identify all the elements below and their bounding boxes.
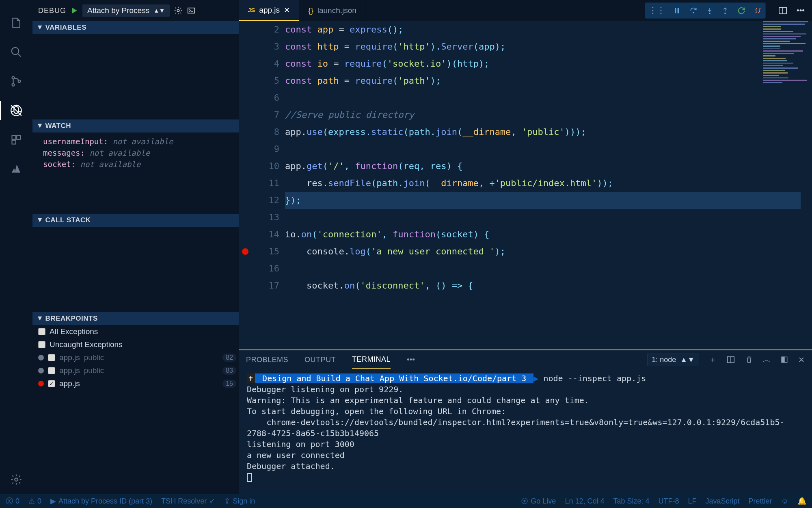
bottom-panel: PROBLEMS OUTPUT TERMINAL ••• 1: node ▲▼ …: [239, 350, 812, 494]
status-tsh[interactable]: TSH Resolver ✓: [161, 497, 215, 506]
minimap[interactable]: [763, 21, 812, 90]
tab-problems[interactable]: PROBLEMS: [246, 352, 288, 368]
panel-tabs: PROBLEMS OUTPUT TERMINAL ••• 1: node ▲▼ …: [239, 350, 812, 369]
svg-rect-6: [17, 136, 20, 139]
variables-section-header[interactable]: ▶VARIABLES: [32, 21, 239, 34]
status-debug-config[interactable]: ▶ Attach by Process ID (part 3): [50, 497, 152, 506]
status-tabsize[interactable]: Tab Size: 4: [613, 497, 649, 506]
status-encoding[interactable]: UTF-8: [659, 497, 679, 506]
tab-terminal[interactable]: TERMINAL: [352, 351, 391, 369]
start-debug-icon[interactable]: [70, 7, 78, 15]
svg-rect-5: [12, 136, 16, 139]
restart-icon[interactable]: [737, 6, 746, 15]
terminal-selector[interactable]: 1: node ▲▼: [647, 354, 699, 366]
terminal-body[interactable]: ✝ Design and Build a Chat App With Socke…: [239, 369, 812, 494]
explorer-icon[interactable]: [6, 13, 26, 33]
status-lncol[interactable]: Ln 12, Col 4: [565, 497, 604, 506]
status-warnings[interactable]: ⚠ 0: [28, 497, 41, 506]
debug-console-icon[interactable]: [187, 6, 196, 15]
checkbox-icon[interactable]: [48, 354, 55, 361]
toolbar-grip-icon[interactable]: ⋮⋮: [648, 5, 665, 16]
step-over-icon[interactable]: [689, 7, 698, 15]
status-feedback-icon[interactable]: ☺: [781, 497, 788, 506]
svg-rect-10: [188, 8, 195, 13]
split-terminal-icon[interactable]: [726, 355, 735, 364]
status-bell-icon[interactable]: 🔔: [797, 497, 806, 506]
status-bar: ⓧ 0 ⚠ 0 ▶ Attach by Process ID (part 3) …: [0, 494, 812, 508]
svg-rect-12: [678, 8, 679, 13]
breakpoint-dot-icon: [38, 381, 44, 386]
pause-icon[interactable]: [673, 7, 681, 15]
editor-area[interactable]: 234567891011121314151617 const app = exp…: [239, 21, 812, 350]
new-terminal-icon[interactable]: ＋: [709, 354, 717, 365]
checkbox-icon[interactable]: [48, 367, 55, 374]
editor-tab[interactable]: {} launch.json: [299, 0, 366, 21]
breakpoint-exception-row[interactable]: Uncaught Exceptions: [32, 338, 239, 351]
settings-gear-icon[interactable]: [6, 470, 26, 489]
step-out-icon[interactable]: [721, 7, 729, 15]
debug-config-selector[interactable]: Attach by Process ▲▼: [82, 4, 170, 17]
callstack-body: [32, 227, 239, 312]
breakpoint-dot-icon: [38, 368, 44, 373]
breakpoints-body: All ExceptionsUncaught Exceptions app.js…: [32, 325, 239, 390]
split-editor-icon[interactable]: [778, 6, 788, 15]
editor-tab[interactable]: JS app.js✕: [239, 0, 299, 21]
debug-icon[interactable]: [6, 101, 26, 120]
search-icon[interactable]: [6, 42, 26, 62]
svg-point-1: [12, 76, 15, 79]
svg-point-14: [709, 13, 710, 14]
watch-item[interactable]: socket: not available: [43, 158, 233, 170]
extensions-icon[interactable]: [6, 130, 26, 150]
azure-icon[interactable]: [6, 159, 26, 179]
more-actions-icon[interactable]: •••: [797, 6, 805, 15]
breakpoint-row[interactable]: app.js public 82: [32, 351, 239, 364]
variables-body: [32, 34, 239, 119]
editor-actions: •••: [771, 0, 812, 21]
js-file-icon: JS: [248, 7, 255, 13]
panel-chevron-up-icon[interactable]: ︿: [763, 354, 771, 365]
watch-item[interactable]: messages: not available: [43, 147, 233, 158]
svg-point-13: [693, 12, 694, 13]
callstack-section-header[interactable]: ▶CALL STACK: [32, 214, 239, 227]
status-eol[interactable]: LF: [688, 497, 697, 506]
checkbox-icon[interactable]: [38, 341, 45, 348]
breakpoint-marker-icon[interactable]: [242, 248, 248, 255]
svg-point-8: [15, 478, 18, 481]
checkbox-icon[interactable]: [48, 380, 55, 387]
watch-item[interactable]: usernameInput: not available: [43, 136, 233, 147]
debug-config-label: Attach by Process: [87, 6, 149, 15]
debug-toolbar: ⋮⋮: [645, 2, 766, 19]
breakpoint-row[interactable]: app.js 15: [32, 377, 239, 390]
debug-header: DEBUG Attach by Process ▲▼: [32, 0, 239, 21]
maximize-panel-icon[interactable]: [780, 356, 788, 364]
svg-rect-19: [782, 357, 784, 362]
svg-rect-11: [675, 8, 676, 13]
disconnect-icon[interactable]: [754, 7, 762, 15]
status-golive[interactable]: ⦿ Go Live: [521, 497, 556, 506]
checkbox-icon[interactable]: [38, 328, 45, 335]
source-control-icon[interactable]: [6, 72, 26, 91]
watch-section-header[interactable]: ▶WATCH: [32, 119, 239, 132]
breakpoint-row[interactable]: app.js public 83: [32, 364, 239, 377]
close-panel-icon[interactable]: ✕: [798, 355, 805, 365]
svg-point-9: [177, 9, 179, 12]
tab-output[interactable]: OUTPUT: [304, 352, 336, 368]
status-lang[interactable]: JavaScript: [706, 497, 740, 506]
activity-bar: [0, 0, 32, 494]
breakpoints-section-header[interactable]: ▶BREAKPOINTS: [32, 312, 239, 325]
kill-terminal-icon[interactable]: [745, 355, 753, 364]
json-file-icon: {}: [308, 6, 313, 15]
tab-bar: JS app.js✕{} launch.json ⋮⋮ •••: [239, 0, 812, 21]
debug-settings-icon[interactable]: [174, 6, 183, 15]
status-errors[interactable]: ⓧ 0: [6, 496, 19, 506]
step-into-icon[interactable]: [706, 7, 713, 15]
debug-sidebar: DEBUG Attach by Process ▲▼ ▶VARIABLES ▶W…: [32, 0, 239, 494]
svg-point-0: [12, 48, 19, 55]
status-prettier[interactable]: Prettier: [749, 497, 772, 506]
breakpoint-exception-row[interactable]: All Exceptions: [32, 325, 239, 338]
status-signin[interactable]: ⇪ Sign in: [224, 497, 255, 506]
panel-more-icon[interactable]: •••: [407, 355, 415, 364]
svg-point-15: [725, 13, 726, 14]
close-tab-icon[interactable]: ✕: [284, 6, 290, 15]
svg-point-2: [12, 84, 15, 86]
